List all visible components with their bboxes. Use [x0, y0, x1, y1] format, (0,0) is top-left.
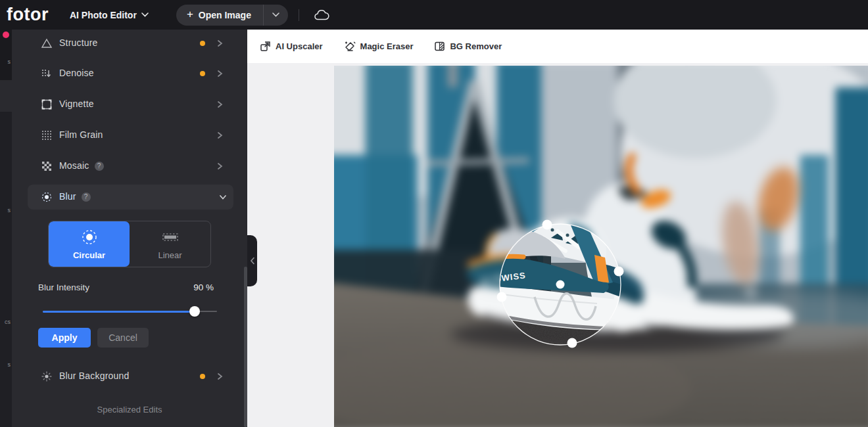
workspace-switcher[interactable]: AI Photo Editor: [70, 10, 149, 20]
apply-button[interactable]: Apply: [38, 328, 91, 348]
rail-label-fragment: cs: [5, 319, 11, 325]
sidebar-item-structure[interactable]: Structure: [12, 31, 247, 56]
sidebar-item-label: Denoise: [59, 68, 94, 78]
open-image-split-button: + Open Image: [176, 5, 288, 26]
blur-selection-center-handle[interactable]: [556, 281, 565, 289]
nav-rail[interactable]: s s cs s: [0, 30, 12, 427]
sidebar-scrollbar[interactable]: [244, 267, 247, 427]
sidebar-item-blur-background[interactable]: Blur Background: [12, 364, 247, 389]
chevron-down-icon: [218, 191, 228, 206]
slider-fill: [43, 311, 195, 313]
denoise-icon: [41, 68, 53, 79]
photo: [334, 66, 868, 427]
blur-mode-circular[interactable]: Circular: [49, 221, 130, 267]
fotor-logo[interactable]: fotor: [7, 0, 49, 30]
cloud-icon: [314, 9, 329, 21]
chevron-down-icon: [141, 12, 149, 17]
help-icon[interactable]: ?: [95, 162, 104, 171]
chevron-down-icon: [272, 12, 279, 17]
modified-badge: [200, 71, 205, 76]
bg-remover-icon: [434, 41, 445, 52]
linear-blur-icon: [160, 229, 180, 246]
chevron-right-icon: [216, 68, 224, 82]
plus-icon: +: [187, 8, 193, 21]
blur-mode-segmented-control: Circular Linear: [48, 221, 211, 267]
workspace-label: AI Photo Editor: [70, 10, 137, 20]
modified-badge: [200, 374, 205, 379]
chevron-right-icon: [216, 129, 224, 144]
chevron-left-icon: [250, 257, 255, 265]
sidebar-item-denoise[interactable]: Denoise: [12, 61, 247, 86]
sidebar-item-vignette[interactable]: Vignette: [12, 92, 247, 117]
quick-tools-bar: AI Upscaler Magic Eraser BG Remover: [247, 30, 868, 63]
tool-label: AI Upscaler: [276, 41, 323, 51]
sidebar-item-mosaic[interactable]: Mosaic?: [12, 154, 247, 179]
slider-knob[interactable]: [189, 306, 200, 317]
blur-selection-handle-right[interactable]: [614, 267, 624, 277]
open-image-dropdown[interactable]: [263, 5, 288, 26]
blur-background-icon: [41, 371, 53, 382]
blur-intensity-value: 90 %: [193, 282, 214, 292]
modified-badge: [200, 41, 205, 46]
open-image-button[interactable]: + Open Image: [176, 5, 263, 26]
nav-rail-section: s: [0, 30, 12, 80]
nav-rail-active-tab: [0, 80, 12, 112]
notification-badge: [3, 32, 9, 38]
tool-ai-upscaler[interactable]: AI Upscaler: [260, 41, 323, 52]
tool-label: Magic Eraser: [360, 41, 414, 51]
blur-selection-overlay: [334, 66, 868, 427]
adjust-tools-panel: Structure Denoise Vignette: [12, 30, 247, 427]
chevron-right-icon: [216, 160, 224, 175]
panel-collapse-handle[interactable]: [247, 235, 257, 286]
magic-eraser-icon: [344, 41, 356, 52]
cancel-button[interactable]: Cancel: [97, 328, 149, 348]
mosaic-icon: [41, 160, 53, 172]
blur-selection-handle-bottom[interactable]: [567, 338, 577, 348]
sidebar-item-label: Blur Background: [59, 371, 130, 381]
vignette-icon: [41, 99, 53, 110]
blur-selection-handle-top[interactable]: [542, 220, 552, 230]
structure-icon: [41, 37, 53, 49]
blur-mode-linear[interactable]: Linear: [130, 221, 210, 267]
rail-label-fragment: s: [8, 361, 11, 368]
sidebar-item-label: Blur?: [59, 191, 91, 202]
editor-canvas: [247, 63, 868, 427]
blur-intensity-label: Blur Intensity: [38, 282, 89, 292]
chevron-right-icon: [216, 371, 224, 385]
open-image-label: Open Image: [199, 10, 251, 20]
sidebar-item-blur[interactable]: Blur?: [28, 185, 233, 210]
sidebar-item-label: Film Grain: [59, 129, 103, 140]
cloud-sync-button[interactable]: [314, 9, 329, 21]
tool-magic-eraser[interactable]: Magic Eraser: [344, 41, 414, 52]
sidebar-item-label: Structure: [59, 37, 98, 48]
film-grain-icon: [41, 129, 53, 141]
ai-upscaler-icon: [260, 41, 271, 52]
chevron-right-icon: [216, 37, 224, 52]
rail-label-fragment: s: [8, 58, 11, 65]
sidebar-item-film-grain[interactable]: Film Grain: [12, 123, 247, 148]
chevron-right-icon: [216, 99, 224, 113]
sidebar-item-label: Mosaic?: [59, 160, 104, 171]
rail-label-fragment: s: [8, 207, 11, 214]
blur-intensity-slider[interactable]: [43, 306, 217, 317]
tool-bg-remover[interactable]: BG Remover: [434, 41, 502, 52]
help-icon[interactable]: ?: [82, 192, 91, 202]
tool-label: BG Remover: [450, 41, 502, 51]
divider: [299, 9, 299, 21]
specialized-edits-heading: Specialized Edits: [12, 405, 247, 415]
blur-selection-handle-left[interactable]: [497, 292, 507, 302]
circular-blur-icon: [81, 229, 98, 246]
blur-icon: [41, 191, 53, 203]
sidebar-item-label: Vignette: [59, 99, 94, 109]
topbar: fotor AI Photo Editor + Open Image: [0, 0, 868, 30]
